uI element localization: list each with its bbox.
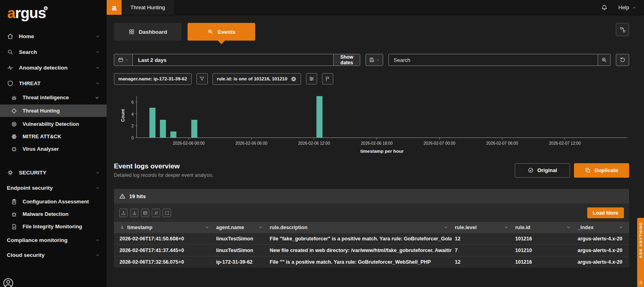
tree-view-button[interactable] xyxy=(616,23,629,36)
x-tickmark xyxy=(188,138,189,139)
tab-dashboard[interactable]: Dashboard xyxy=(114,23,182,41)
sidebar-item-compliance-monitoring[interactable]: Compliance monitoring xyxy=(0,233,107,248)
saved-queries-button[interactable] xyxy=(365,54,383,66)
search-go-icon xyxy=(601,57,607,63)
refresh-button[interactable] xyxy=(616,54,629,66)
sidebar-item-threat[interactable]: THREAT xyxy=(0,76,107,91)
help-menu[interactable]: Help xyxy=(618,4,637,10)
topbar-logo-letter: a xyxy=(112,3,117,12)
column-menu-icon[interactable] xyxy=(504,225,509,230)
app-root: argus⚙ HomeSearchAnomaly detectionTHREAT… xyxy=(0,0,644,287)
y-tick-label: 2 xyxy=(131,124,134,128)
histogram-bar[interactable] xyxy=(160,120,166,137)
sidebar-item-label: Endpoint security xyxy=(7,185,53,191)
sort-down-icon xyxy=(120,225,125,230)
results-panel: 19 hits Load More timestampagent.namerul… xyxy=(114,189,629,268)
ask-icon xyxy=(638,280,643,285)
y-tick-label: 0 xyxy=(131,136,134,140)
sidebar-item-label: Virus Analyser xyxy=(23,146,59,152)
table-cell-rule-level: 12 xyxy=(452,236,512,242)
histogram-bar[interactable] xyxy=(149,108,156,137)
sidebar-item-label: Compliance monitoring xyxy=(7,237,68,243)
sidebar-item-endpoint-security[interactable]: Endpoint security xyxy=(0,180,107,195)
overview-buttons: Original Duplicate xyxy=(515,163,629,178)
sidebar-item-threat-hunting[interactable]: Threat Hunting xyxy=(0,105,107,117)
table-row[interactable]: 2026-02-06T17:41:50.608+0linuxTestSimonF… xyxy=(114,233,629,244)
sidebar-item-virus-analyser[interactable]: Virus Analyser xyxy=(0,143,107,155)
sidebar-item-label: THREAT xyxy=(19,80,41,86)
column-menu-icon[interactable] xyxy=(566,225,571,230)
chevron-up-icon xyxy=(95,252,100,258)
overview-subtitle: Detailed log records for deeper event an… xyxy=(114,172,213,178)
x-tick-label: 2026-02-06 12:00 xyxy=(298,141,330,146)
fullscreen-button[interactable] xyxy=(163,209,171,217)
date-range-value[interactable]: Last 2 days xyxy=(133,54,333,66)
x-tickmark xyxy=(377,138,377,139)
dashboard-grid-icon xyxy=(128,29,135,35)
threat-intel-icon xyxy=(11,94,17,101)
column-header-rule-id: rule.id xyxy=(512,225,574,230)
download-button[interactable] xyxy=(130,209,138,217)
sidebar-item-configuration-assessment[interactable]: Configuration Assessment xyxy=(0,195,107,208)
filter-funnel-button[interactable] xyxy=(196,73,208,84)
original-button[interactable]: Original xyxy=(515,163,570,178)
add-filter-button[interactable] xyxy=(306,73,317,84)
chart-x-ticks: 2026-02-06 00:002026-02-06 06:002026-02-… xyxy=(136,138,627,148)
brand-logo-rest: rgus xyxy=(15,5,46,21)
flag-icon xyxy=(325,76,330,82)
flag-button[interactable] xyxy=(322,73,333,84)
sidebar-item-file-integrity-monitoring[interactable]: File Integrity Monitoring xyxy=(0,220,107,233)
sidebar-account-button[interactable] xyxy=(3,278,14,287)
sidebar-item-home[interactable]: Home xyxy=(0,29,107,44)
bell-icon xyxy=(601,4,608,11)
sidebar-item-security[interactable]: SECURITY xyxy=(0,165,107,180)
sidebar-item-anomaly-detection[interactable]: Anomaly detection xyxy=(0,60,107,76)
search-input[interactable] xyxy=(389,54,598,66)
column-menu-icon[interactable] xyxy=(443,225,448,230)
duplicate-button[interactable]: Duplicate xyxy=(574,163,629,178)
load-more-button[interactable]: Load More xyxy=(587,207,624,218)
notifications-button[interactable] xyxy=(601,4,608,11)
sidebar-item-vulnerability-detection[interactable]: Vulnerability Detection xyxy=(0,118,107,130)
add-filter-icon xyxy=(309,76,314,82)
table-cell-rule-level: 12 xyxy=(452,259,512,265)
table-view-button[interactable] xyxy=(141,209,149,217)
events-histogram: Count 0246 2026-02-06 00:002026-02-06 06… xyxy=(120,96,627,154)
sidebar-item-malware-detection[interactable]: Malware Detection xyxy=(0,208,107,220)
histogram-bar[interactable] xyxy=(316,96,323,137)
hits-header: 19 hits xyxy=(114,189,629,203)
sidebar-item-cloud-security[interactable]: Cloud security xyxy=(0,248,107,262)
table-view-icon xyxy=(143,211,148,215)
export-button[interactable] xyxy=(119,209,128,217)
anomaly-icon xyxy=(7,64,14,71)
sidebar-item-label: Threat Hunting xyxy=(23,108,60,114)
filter-pill-rule-id[interactable]: rule.id: is one of 101216, 101210 xyxy=(213,73,301,85)
tree-view-icon xyxy=(619,27,626,33)
sidebar-item-search[interactable]: Search xyxy=(0,44,107,60)
sidebar-item-mitre-att-ck[interactable]: MITRE ATT&CK xyxy=(0,130,107,143)
ask-anything-ribbon[interactable]: ASK ANYTHING xyxy=(637,218,644,287)
histogram-bar[interactable] xyxy=(170,131,177,137)
table-row[interactable]: 2026-02-06T17:32:56.075+0ip-172-31-39-62… xyxy=(114,256,629,268)
column-menu-icon[interactable] xyxy=(618,225,623,230)
column-menu-icon[interactable] xyxy=(258,225,263,230)
hits-count: 19 hits xyxy=(129,193,146,199)
sort-button[interactable] xyxy=(152,209,160,217)
tab-events[interactable]: Events xyxy=(188,23,255,41)
table-row[interactable]: 2026-02-06T17:41:37.445+0linuxTestSimonN… xyxy=(114,244,629,256)
fullscreen-icon xyxy=(165,211,169,215)
table-cell-index: argus-alerts-4.x-20 xyxy=(574,236,627,242)
histogram-bar[interactable] xyxy=(191,120,198,137)
filter-pill-manager-name[interactable]: manager.name: ip-172-31-39-62 xyxy=(114,73,192,85)
sidebar-nav: HomeSearchAnomaly detectionTHREATThreat … xyxy=(0,29,107,287)
chevron-up-icon xyxy=(95,238,100,243)
topbar-logo[interactable]: a xyxy=(107,0,122,15)
date-picker-button[interactable] xyxy=(114,54,133,66)
sidebar-item-threat-intelligence[interactable]: Threat intelligence xyxy=(0,91,107,104)
chart-y-axis: 0246 xyxy=(126,96,136,138)
column-menu-icon[interactable] xyxy=(204,225,210,230)
remove-filter-button[interactable] xyxy=(291,76,297,82)
show-dates-button[interactable]: Show dates xyxy=(333,54,360,66)
search-submit-button[interactable] xyxy=(598,54,610,66)
topbar-tab-threat-hunting[interactable]: Threat Hunting xyxy=(122,0,174,15)
